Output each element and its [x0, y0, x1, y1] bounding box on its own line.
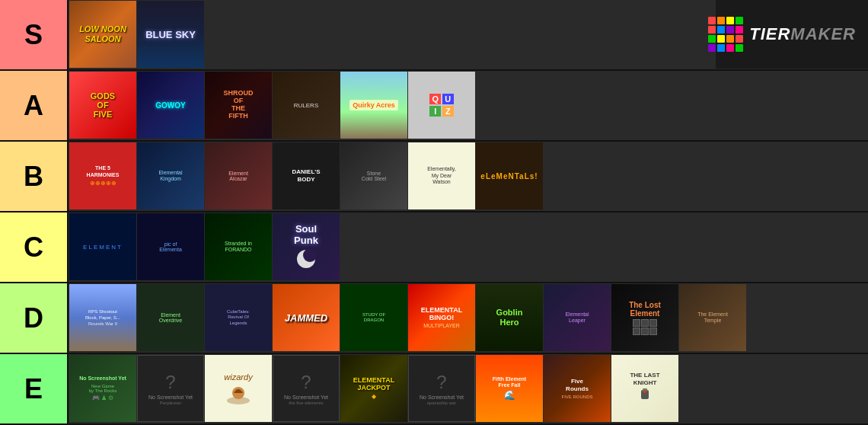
game-wizardy[interactable]: wizardy — [205, 355, 272, 422]
game-blue-sky[interactable]: BLUE SKY — [137, 1, 204, 68]
game-title: RPS ShootoutBlock, Paper, S... — [85, 309, 120, 321]
logo-cell — [736, 17, 743, 24]
game-element-temple[interactable]: The ElementTemple — [679, 284, 746, 351]
game-title: ElementOverdrive — [159, 312, 182, 323]
game-title: pic ofElementa — [159, 241, 182, 252]
game-title: No Screenshot Yet — [79, 375, 126, 382]
game-soul-punk[interactable]: SoulPunk — [273, 213, 340, 280]
game-elemental-jackpot[interactable]: ELEMENTALJACKPOT ◆ — [340, 355, 407, 422]
game-title: ElementalKingdom — [158, 170, 182, 183]
no-screenshot-icon: ? — [301, 372, 311, 393]
tiermaker-header: TIERMAKER — [716, 0, 868, 69]
game-subtitle: ⊕⊕⊕⊕⊕ — [90, 180, 116, 187]
game-elementals[interactable]: eLeMeNTaLs! — [476, 142, 543, 209]
game-title: LOW NOONSALOON — [79, 24, 126, 44]
game-elemental-kingdom[interactable]: ElementalKingdom — [137, 142, 204, 209]
game-title: GoblinHero — [496, 308, 523, 328]
game-subtitle: FIVE ROUNDS — [561, 395, 592, 399]
tier-label-s: S — [0, 0, 69, 69]
game-new-game[interactable]: No Screenshot Yet New Gameby The Rocks 🎮… — [69, 355, 136, 422]
game-title: BLUE SKY — [145, 29, 196, 40]
tier-label-a: A — [0, 71, 69, 140]
logo-grid — [708, 17, 743, 52]
game-title: Q U I Z — [429, 94, 453, 117]
game-rulers[interactable]: RULERS — [273, 72, 340, 139]
game-stranded-forando[interactable]: Stranded inFORANDO — [205, 213, 272, 280]
game-subtitle: Perplexian — [160, 401, 181, 405]
game-elemental-leaper[interactable]: ElementalLeaper — [544, 284, 611, 351]
game-the-last-knight[interactable]: THE LASTKNIGHT — [611, 355, 678, 422]
game-title: eLeMeNTaLs! — [480, 172, 538, 181]
game-gowoy[interactable]: GOWOY — [137, 72, 204, 139]
game-title: No Screenshot Yet — [420, 395, 464, 400]
logo-maker-text: MAKER — [790, 24, 856, 43]
logo-tier-text: TIER — [749, 24, 790, 43]
game-spaceship-war-nss[interactable]: ? No Screenshot Yet spaceship war — [408, 355, 475, 422]
game-cubetales[interactable]: CubeTales:Revival OfLegends — [205, 284, 272, 351]
game-element-overdrive[interactable]: ElementOverdrive — [137, 284, 204, 351]
logo-cell — [726, 26, 734, 34]
game-icon — [633, 319, 657, 335]
game-jammed[interactable]: JAMMED — [273, 284, 340, 351]
logo-cell — [717, 44, 725, 52]
game-title: ElementalLeaper — [565, 312, 589, 324]
tier-items-e: No Screenshot Yet New Gameby The Rocks 🎮… — [69, 354, 868, 423]
logo-cell — [726, 35, 734, 43]
game-title: GOWOY — [155, 101, 185, 110]
game-title: StoneCold Steel — [362, 171, 386, 181]
game-quizzio[interactable]: Q U I Z — [408, 72, 475, 139]
game-icon: 🌊 — [504, 390, 515, 401]
game-5-harmonies[interactable]: THE 5HARMONIES ⊕⊕⊕⊕⊕ — [69, 142, 136, 209]
game-rps-shootout[interactable]: RPS ShootoutBlock, Paper, S... Rounds Wa… — [69, 284, 136, 351]
tier-items-d: RPS ShootoutBlock, Paper, S... Rounds Wa… — [69, 283, 868, 353]
tier-items-c: ELEMENT pic ofElementa Stranded inFORAND… — [69, 212, 868, 282]
game-title: DANIEL'SBODY — [292, 168, 320, 183]
game-perplexian[interactable]: ? No Screenshot Yet Perplexian — [137, 355, 204, 422]
tier-label-d: D — [0, 283, 69, 353]
game-title: SoulPunk — [294, 223, 318, 246]
logo-cell — [708, 17, 716, 24]
game-goblin-hero[interactable]: GoblinHero — [476, 284, 543, 351]
game-title: ElementAlcazar — [228, 171, 248, 181]
game-title: JAMMED — [285, 312, 327, 324]
game-icons: 🎮 ♟ ⚙ — [92, 395, 113, 401]
game-stone-cold-steel[interactable]: StoneCold Steel — [340, 142, 407, 209]
game-title: Elementally,My DearWatson — [427, 166, 456, 185]
game-title: ELEMENTALBINGO! — [421, 307, 462, 322]
game-title: wizardy — [224, 372, 252, 382]
game-fifth-element-freefall[interactable]: Fifth ElementFree Fall 🌊 — [476, 355, 543, 422]
game-title: SHROUDOFTHEFIFTH — [223, 90, 253, 120]
game-five-rounds[interactable]: FiveRounds FIVE ROUNDS — [544, 355, 611, 422]
game-low-noon-saloon[interactable]: LOW NOONSALOON — [69, 1, 136, 68]
logo-text: TIERMAKER — [749, 24, 856, 44]
game-title: THE 5HARMONIES — [87, 165, 120, 178]
logo-cell — [726, 44, 734, 52]
game-pic-elementa[interactable]: pic ofElementa — [137, 213, 204, 280]
soul-punk-icon — [295, 248, 318, 270]
game-elemental-bingo[interactable]: ELEMENTALBINGO! MULTIPLAYER — [408, 284, 475, 351]
logo-cell — [736, 44, 743, 52]
knight-icon — [633, 386, 656, 405]
game-title: RULERS — [294, 102, 318, 109]
game-element-pixel[interactable]: ELEMENT — [69, 213, 136, 280]
logo-cell — [736, 35, 743, 43]
game-shroud-fifth[interactable]: SHROUDOFTHEFIFTH — [205, 72, 272, 139]
game-subtitle: spaceship war — [427, 401, 456, 405]
game-gods-of-five[interactable]: GODSOFFIVE — [69, 72, 136, 139]
game-element-alcazar[interactable]: ElementAlcazar — [205, 142, 272, 209]
game-subtitle: MULTIPLAYER — [423, 323, 460, 328]
game-daniels-body[interactable]: DANIEL'SBODY — [273, 142, 340, 209]
tier-table: TIERMAKER S LOW NOONSALOON BLUE SKY A GO… — [0, 0, 868, 425]
game-five-elements-nss[interactable]: ? No Screenshot Yet the five elements — [273, 355, 340, 422]
logo-cell — [736, 26, 743, 34]
game-elementally-watson[interactable]: Elementally,My DearWatson — [408, 142, 475, 209]
game-quirky-acres[interactable]: Quirky Acres — [340, 72, 407, 139]
game-title: FiveRounds — [566, 378, 589, 392]
game-study-dragon[interactable]: STUDY OFDRAGON — [340, 284, 407, 351]
tier-items-a: GODSOFFIVE GOWOY SHROUDOFTHEFIFTH RULERS… — [69, 71, 868, 140]
game-title: The ElementTemple — [697, 312, 728, 324]
tier-row-b: B THE 5HARMONIES ⊕⊕⊕⊕⊕ ElementalKingdom … — [0, 142, 868, 212]
game-the-lost-element[interactable]: The LostElement — [611, 284, 678, 351]
wizardy-icon — [223, 382, 254, 404]
tier-items-b: THE 5HARMONIES ⊕⊕⊕⊕⊕ ElementalKingdom El… — [69, 142, 868, 211]
